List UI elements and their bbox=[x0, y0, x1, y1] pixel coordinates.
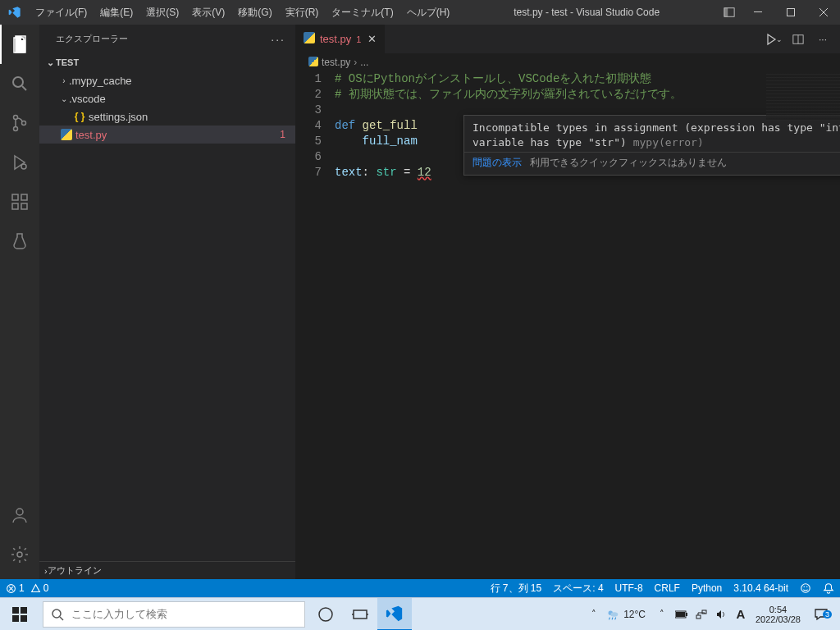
problem-count-badge: 1 bbox=[280, 129, 285, 140]
outline-section-header[interactable]: › アウトライン bbox=[39, 561, 295, 579]
status-feedback-icon[interactable] bbox=[794, 579, 817, 597]
code-keyword: def bbox=[335, 119, 363, 132]
taskbar-task-view[interactable] bbox=[343, 598, 377, 631]
close-button[interactable] bbox=[807, 0, 840, 25]
activity-extensions[interactable] bbox=[0, 182, 39, 221]
status-encoding[interactable]: UTF-8 bbox=[609, 579, 649, 597]
svg-point-8 bbox=[14, 127, 18, 131]
activity-source-control[interactable] bbox=[0, 103, 39, 143]
python-file-icon bbox=[59, 129, 74, 140]
hover-source: mypy(error) bbox=[627, 136, 704, 148]
tree-label: test.py bbox=[75, 129, 107, 141]
taskbar-cortana[interactable] bbox=[308, 598, 343, 631]
minimize-button[interactable] bbox=[742, 0, 774, 25]
maximize-button[interactable] bbox=[774, 0, 807, 25]
svg-rect-12 bbox=[12, 203, 18, 209]
diagnostic-hover: Incompatible types in assignment (expres… bbox=[463, 115, 840, 176]
svg-point-15 bbox=[16, 509, 23, 515]
svg-rect-13 bbox=[21, 203, 27, 209]
editor-actions: ⌄ ··· bbox=[763, 25, 840, 53]
activity-settings[interactable] bbox=[0, 535, 39, 574]
split-editor-button[interactable] bbox=[788, 29, 809, 50]
menu-help[interactable]: ヘルプ(H) bbox=[400, 0, 457, 25]
taskbar-search-input[interactable] bbox=[71, 608, 304, 620]
code-function: get_full bbox=[363, 119, 418, 132]
breadcrumb-separator-icon: › bbox=[354, 57, 357, 68]
code-editor[interactable]: 1 2 3 4 5 6 7 # OSにPythonがインストールし、VSCode… bbox=[295, 71, 840, 579]
tree-folder-vscode[interactable]: ⌄ .vscode bbox=[39, 89, 295, 107]
sidebar-title: エクスプローラー bbox=[56, 33, 128, 45]
menu-view[interactable]: 表示(V) bbox=[185, 0, 231, 25]
tray-network-icon[interactable] bbox=[693, 609, 710, 620]
svg-point-33 bbox=[610, 612, 618, 616]
tray-chevron-up-icon[interactable]: ˄ bbox=[586, 609, 602, 619]
tray-time: 0:54 bbox=[769, 605, 787, 614]
tree-label: .vscode bbox=[69, 93, 106, 105]
svg-point-6 bbox=[13, 77, 23, 87]
run-button[interactable]: ⌄ bbox=[763, 29, 784, 50]
minimap[interactable] bbox=[766, 71, 840, 121]
tray-battery-icon[interactable] bbox=[673, 610, 690, 619]
python-file-icon bbox=[304, 32, 315, 46]
start-button[interactable] bbox=[0, 598, 39, 631]
editor-more-icon[interactable]: ··· bbox=[812, 29, 833, 50]
activity-explorer[interactable] bbox=[0, 25, 39, 64]
menu-terminal[interactable]: ターミナル(T) bbox=[325, 0, 399, 25]
code-content: # OSにPythonがインストールし、VSCodeを入れた初期状態 # 初期状… bbox=[335, 71, 840, 579]
tray-ime-icon[interactable]: A bbox=[733, 607, 749, 621]
close-icon[interactable]: ✕ bbox=[368, 33, 377, 45]
outline-label: アウトライン bbox=[48, 564, 102, 577]
tray-weather[interactable]: 12°C bbox=[605, 607, 646, 622]
tree-file-settings-json[interactable]: { } settings.json bbox=[39, 107, 295, 126]
status-bell-icon[interactable] bbox=[817, 579, 840, 597]
tree-file-test-py[interactable]: test.py 1 bbox=[39, 126, 295, 144]
menu-file[interactable]: ファイル(F) bbox=[29, 0, 94, 25]
code-comment: # OSにPythonがインストールし、VSCodeを入れた初期状態 bbox=[335, 72, 651, 85]
tree-label: .mypy_cache bbox=[69, 75, 132, 87]
chevron-right-icon: › bbox=[59, 76, 69, 85]
menu-selection[interactable]: 選択(S) bbox=[139, 0, 185, 25]
menu-go[interactable]: 移動(G) bbox=[231, 0, 278, 25]
line-number: 4 bbox=[295, 118, 335, 134]
status-interpreter[interactable]: 3.10.4 64-bit bbox=[728, 579, 794, 597]
status-indentation[interactable]: スペース: 4 bbox=[547, 579, 609, 597]
breadcrumbs[interactable]: test.py › ... bbox=[295, 53, 840, 71]
svg-point-9 bbox=[22, 121, 26, 126]
tray-clock[interactable]: 0:54 2022/03/28 bbox=[752, 605, 804, 624]
tray-chevron-up-icon[interactable]: ˄ bbox=[654, 609, 670, 619]
status-eol[interactable]: CRLF bbox=[649, 579, 686, 597]
code-number-error: 12 bbox=[418, 166, 431, 179]
menu-run[interactable]: 実行(R) bbox=[279, 0, 326, 25]
taskbar-search[interactable] bbox=[43, 601, 305, 628]
activity-search[interactable] bbox=[0, 64, 39, 103]
status-errors[interactable]: 1 0 bbox=[0, 579, 54, 597]
status-language[interactable]: Python bbox=[686, 579, 728, 597]
tree-folder-mypy-cache[interactable]: › .mypy_cache bbox=[39, 71, 295, 89]
line-number: 6 bbox=[295, 149, 335, 165]
status-cursor-position[interactable]: 行 7、列 15 bbox=[485, 579, 548, 597]
svg-point-7 bbox=[14, 116, 18, 120]
editor-group: test.py 1 ✕ ⌄ ··· test.py › ... 1 2 3 4 … bbox=[295, 25, 840, 579]
show-problem-link[interactable]: 問題の表示 bbox=[472, 156, 522, 170]
tree-label: settings.json bbox=[89, 111, 148, 123]
svg-point-20 bbox=[801, 584, 810, 593]
project-section-header[interactable]: ⌄ TEST bbox=[39, 53, 295, 71]
activity-run-debug[interactable] bbox=[0, 143, 39, 182]
tab-test-py[interactable]: test.py 1 ✕ bbox=[295, 25, 386, 53]
chevron-down-icon: ⌄ bbox=[44, 57, 56, 68]
activity-account[interactable] bbox=[0, 495, 39, 535]
sidebar-more-icon[interactable]: ··· bbox=[271, 33, 285, 46]
file-tree: › .mypy_cache ⌄ .vscode { } settings.jso… bbox=[39, 71, 295, 144]
tray-date: 2022/03/28 bbox=[756, 614, 801, 624]
search-icon bbox=[43, 608, 71, 621]
layout-toggle-icon[interactable] bbox=[717, 0, 742, 25]
svg-rect-2 bbox=[754, 11, 762, 12]
svg-rect-1 bbox=[724, 8, 728, 17]
tray-notifications[interactable]: 3 bbox=[807, 607, 835, 622]
menu-edit[interactable]: 編集(E) bbox=[94, 0, 139, 25]
tray-volume-icon[interactable] bbox=[713, 609, 729, 620]
svg-point-27 bbox=[52, 609, 61, 618]
line-number: 5 bbox=[295, 134, 335, 149]
activity-testing[interactable] bbox=[0, 221, 39, 261]
taskbar-vscode[interactable] bbox=[377, 598, 412, 631]
